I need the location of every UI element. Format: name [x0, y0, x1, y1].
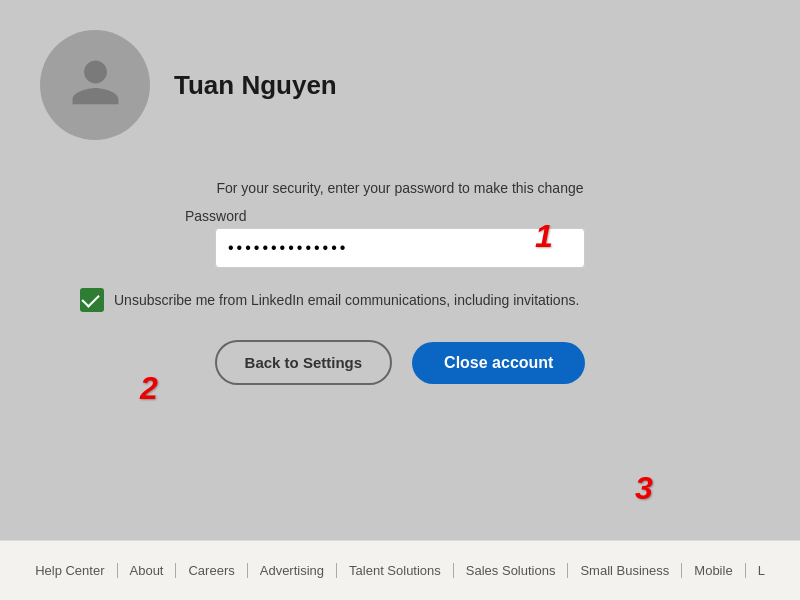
back-to-settings-button[interactable]: Back to Settings — [215, 340, 393, 385]
footer-item-l[interactable]: L — [746, 563, 777, 578]
profile-section: Tuan Nguyen — [0, 30, 337, 140]
checkbox-label: Unsubscribe me from LinkedIn email commu… — [114, 292, 579, 308]
avatar — [40, 30, 150, 140]
dialog-area: For your security, enter your password t… — [0, 180, 800, 385]
password-label: Password — [185, 208, 246, 224]
footer-item-careers[interactable]: Careers — [176, 563, 247, 578]
password-input[interactable] — [215, 228, 585, 268]
main-content: Tuan Nguyen For your security, enter you… — [0, 0, 800, 540]
footer-item-talent-solutions[interactable]: Talent Solutions — [337, 563, 454, 578]
footer-item-about[interactable]: About — [118, 563, 177, 578]
buttons-row: Back to Settings Close account — [215, 340, 586, 385]
footer: Help CenterAboutCareersAdvertisingTalent… — [0, 540, 800, 600]
footer-item-mobile[interactable]: Mobile — [682, 563, 745, 578]
user-name: Tuan Nguyen — [174, 70, 337, 101]
security-message: For your security, enter your password t… — [216, 180, 583, 196]
checkbox-row: Unsubscribe me from LinkedIn email commu… — [80, 288, 720, 312]
close-account-button[interactable]: Close account — [412, 342, 585, 384]
user-avatar-icon — [68, 56, 123, 115]
annotation-3: 3 — [635, 470, 653, 507]
footer-item-advertising[interactable]: Advertising — [248, 563, 337, 578]
footer-item-help-center[interactable]: Help Center — [23, 563, 117, 578]
footer-item-small-business[interactable]: Small Business — [568, 563, 682, 578]
unsubscribe-checkbox-wrapper[interactable] — [80, 288, 104, 312]
footer-item-sales-solutions[interactable]: Sales Solutions — [454, 563, 569, 578]
